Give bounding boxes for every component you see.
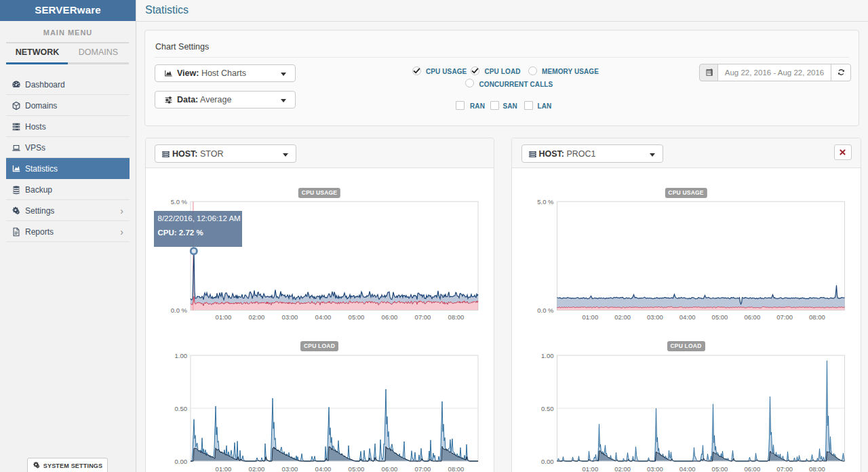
svg-text:02:00: 02:00 bbox=[249, 465, 265, 472]
svg-text:0.50: 0.50 bbox=[541, 405, 554, 412]
svg-text:07:00: 07:00 bbox=[776, 465, 793, 472]
svg-text:03:00: 03:00 bbox=[282, 313, 298, 321]
svg-text:0.50: 0.50 bbox=[175, 405, 188, 412]
svg-text:01:00: 01:00 bbox=[582, 465, 598, 472]
svg-text:08:00: 08:00 bbox=[448, 465, 465, 472]
svg-text:05:00: 05:00 bbox=[712, 313, 728, 321]
svg-text:02:00: 02:00 bbox=[249, 313, 265, 321]
svg-text:08:00: 08:00 bbox=[809, 465, 825, 472]
svg-text:06:00: 06:00 bbox=[744, 313, 760, 321]
svg-text:02:00: 02:00 bbox=[614, 465, 631, 472]
svg-text:03:00: 03:00 bbox=[647, 465, 663, 472]
svg-text:07:00: 07:00 bbox=[776, 313, 793, 321]
svg-text:1.00: 1.00 bbox=[175, 352, 188, 359]
svg-text:01:00: 01:00 bbox=[216, 313, 232, 321]
svg-text:06:00: 06:00 bbox=[382, 465, 398, 472]
svg-text:5.0 %: 5.0 % bbox=[171, 198, 188, 205]
svg-text:06:00: 06:00 bbox=[382, 313, 398, 321]
svg-text:04:00: 04:00 bbox=[679, 313, 696, 321]
svg-text:01:00: 01:00 bbox=[582, 313, 598, 321]
svg-text:03:00: 03:00 bbox=[282, 465, 298, 472]
svg-text:05:00: 05:00 bbox=[349, 313, 365, 321]
svg-text:08:00: 08:00 bbox=[448, 313, 465, 321]
svg-text:0.0 %: 0.0 % bbox=[171, 307, 188, 314]
svg-text:1.00: 1.00 bbox=[541, 352, 554, 359]
svg-text:03:00: 03:00 bbox=[647, 313, 663, 321]
svg-text:0.00: 0.00 bbox=[175, 458, 188, 465]
svg-text:05:00: 05:00 bbox=[712, 465, 728, 472]
svg-text:07:00: 07:00 bbox=[415, 465, 431, 472]
svg-text:08:00: 08:00 bbox=[809, 313, 825, 321]
svg-text:05:00: 05:00 bbox=[349, 465, 365, 472]
svg-text:0.0 %: 0.0 % bbox=[537, 307, 554, 314]
svg-text:04:00: 04:00 bbox=[679, 465, 696, 472]
svg-text:07:00: 07:00 bbox=[415, 313, 431, 321]
svg-text:04:00: 04:00 bbox=[315, 465, 332, 472]
svg-text:5.0 %: 5.0 % bbox=[537, 198, 554, 205]
svg-text:01:00: 01:00 bbox=[216, 465, 232, 472]
svg-text:04:00: 04:00 bbox=[315, 313, 332, 321]
svg-text:0.00: 0.00 bbox=[541, 458, 554, 465]
svg-text:02:00: 02:00 bbox=[614, 313, 631, 321]
svg-text:06:00: 06:00 bbox=[744, 465, 760, 472]
